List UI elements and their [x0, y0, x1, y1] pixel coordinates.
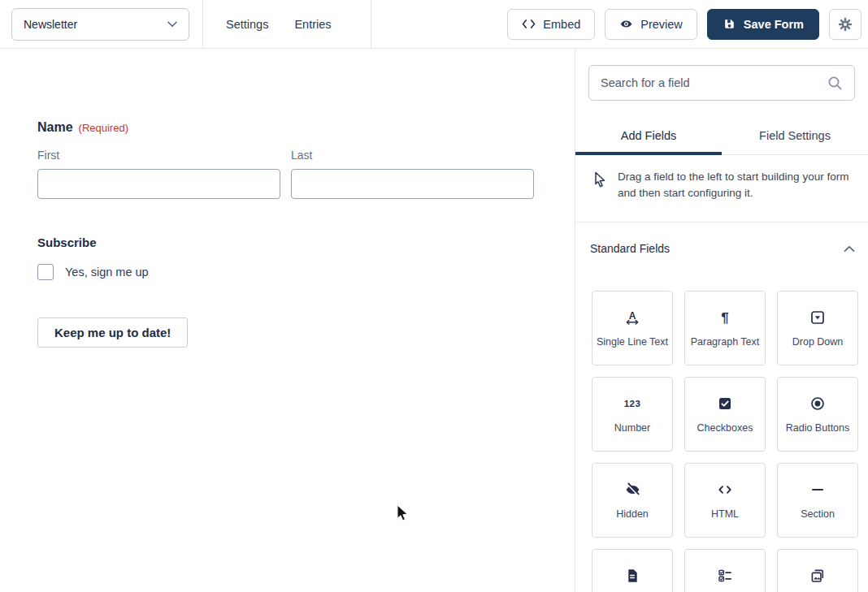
name-inputs	[37, 169, 542, 199]
field-search-box[interactable]	[588, 65, 855, 101]
radio-buttons-icon	[809, 395, 826, 413]
field-tile-number[interactable]: 123Number	[592, 377, 673, 452]
form-switcher-select[interactable]: Newsletter	[11, 8, 189, 41]
last-name-label: Last	[291, 149, 534, 162]
preview-label: Preview	[640, 18, 683, 31]
checklist-icon	[717, 567, 733, 585]
subscribe-checkbox[interactable]	[37, 264, 54, 280]
save-form-button[interactable]: Save Form	[707, 9, 819, 40]
field-tile-label: Number	[614, 422, 650, 434]
preview-button[interactable]: Preview	[605, 9, 697, 40]
first-name-input[interactable]	[37, 169, 280, 199]
number-icon: 123	[623, 395, 642, 413]
drop-down-icon	[809, 309, 826, 326]
field-tile-label: Checkboxes	[697, 422, 753, 434]
required-indicator: (Required)	[79, 122, 128, 134]
last-name-input[interactable]	[291, 169, 534, 199]
search-wrap	[575, 49, 868, 101]
standard-fields-header[interactable]: Standard Fields	[575, 223, 868, 255]
nav-settings[interactable]: Settings	[226, 18, 268, 31]
image-choice-icon	[809, 567, 826, 585]
field-tile-single-line-text[interactable]: ASingle Line Text	[592, 291, 673, 365]
field-tile-checklist[interactable]	[684, 549, 766, 592]
eye-icon	[619, 19, 633, 29]
field-sidebar: Add Fields Field Settings Drag a field t…	[575, 49, 868, 592]
subscribe-field-label: Subscribe	[37, 236, 97, 249]
checkboxes-icon	[717, 395, 733, 413]
nav-entries[interactable]: Entries	[294, 18, 331, 31]
html-icon	[717, 481, 733, 499]
main-area: Name(Required) First Last Subscribe Yes,…	[0, 49, 868, 592]
svg-text:123: 123	[624, 399, 641, 408]
embed-label: Embed	[543, 18, 580, 31]
gear-icon	[837, 16, 853, 32]
svg-text:¶: ¶	[721, 310, 728, 326]
first-name-label: First	[37, 149, 280, 162]
field-tile-section[interactable]: Section	[777, 463, 858, 538]
field-tile-paragraph-text[interactable]: ¶Paragraph Text	[684, 291, 766, 365]
standard-fields-grid: ASingle Line Text¶Paragraph TextDrop Dow…	[592, 291, 868, 592]
hidden-icon	[624, 481, 641, 499]
page-icon	[624, 567, 640, 585]
sidebar-tabs: Add Fields Field Settings	[575, 117, 868, 155]
subscribe-option-row: Yes, sign me up	[37, 264, 542, 280]
field-tile-label: Paragraph Text	[691, 336, 760, 348]
section-icon	[809, 481, 826, 499]
embed-button[interactable]: Embed	[507, 9, 595, 40]
cursor-arrow-icon	[593, 171, 607, 188]
form-canvas[interactable]: Name(Required) First Last Subscribe Yes,…	[0, 49, 575, 592]
field-tile-page[interactable]	[592, 549, 673, 592]
field-tile-checkboxes[interactable]: Checkboxes	[684, 377, 766, 452]
field-tile-image-choice[interactable]	[777, 549, 858, 592]
field-tile-label: Drop Down	[792, 336, 844, 348]
field-tile-drop-down[interactable]: Drop Down	[777, 291, 858, 365]
chevron-up-icon	[844, 245, 855, 253]
drag-hint-text: Drag a field to the left to start buildi…	[618, 169, 852, 201]
field-tile-label: Radio Buttons	[786, 422, 850, 434]
standard-fields-title: Standard Fields	[590, 242, 670, 255]
svg-text:A: A	[629, 310, 636, 322]
field-tile-label: Single Line Text	[597, 336, 668, 348]
name-field[interactable]: Name(Required) First Last	[37, 120, 542, 199]
field-tile-label: Hidden	[616, 508, 649, 520]
subscribe-field[interactable]: Subscribe Yes, sign me up	[37, 236, 542, 280]
tab-add-fields[interactable]: Add Fields	[575, 117, 722, 154]
field-tile-label: HTML	[711, 508, 739, 520]
save-icon	[723, 17, 736, 31]
form-submit-button[interactable]: Keep me up to date!	[37, 318, 188, 348]
subscribe-checkbox-label: Yes, sign me up	[65, 266, 149, 279]
chevron-down-icon	[167, 21, 177, 28]
search-icon	[827, 76, 843, 91]
settings-gear-button[interactable]	[829, 9, 861, 40]
drag-hint: Drag a field to the left to start buildi…	[575, 155, 868, 223]
field-tile-hidden[interactable]: Hidden	[592, 463, 673, 538]
name-field-label: Name	[37, 120, 73, 134]
field-search-input[interactable]	[601, 76, 827, 89]
topbar: Newsletter Settings Entries Embed Previe…	[0, 0, 868, 49]
field-tile-html[interactable]: HTML	[684, 463, 766, 538]
code-icon	[522, 19, 536, 29]
form-switcher-value: Newsletter	[24, 18, 77, 31]
single-line-text-icon: A	[624, 309, 640, 326]
save-form-label: Save Form	[744, 18, 804, 31]
paragraph-text-icon: ¶	[717, 309, 733, 326]
field-tile-label: Section	[801, 508, 835, 520]
form-builder-app: Newsletter Settings Entries Embed Previe…	[0, 0, 868, 592]
field-tile-radio-buttons[interactable]: Radio Buttons	[777, 377, 858, 452]
tab-field-settings[interactable]: Field Settings	[722, 117, 868, 154]
topbar-nav: Settings Entries	[202, 0, 371, 49]
name-sublabels: First Last	[37, 149, 542, 162]
